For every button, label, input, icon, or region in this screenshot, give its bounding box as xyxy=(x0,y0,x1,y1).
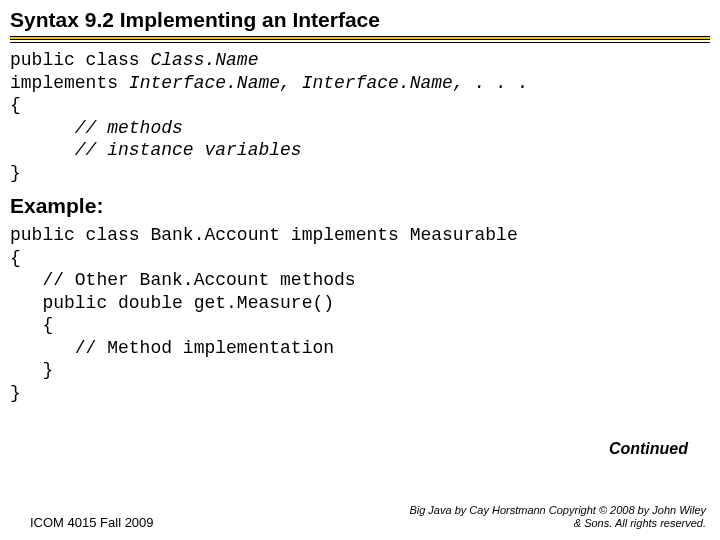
code-italic: Interface.Name, Interface.Name, . . . xyxy=(129,73,529,93)
title-underline xyxy=(10,36,710,40)
example-code-block: public class Bank.Account implements Mea… xyxy=(10,224,710,404)
code-italic: Class.Name xyxy=(150,50,258,70)
example-heading: Example: xyxy=(10,194,710,218)
code-line: // Method implementation xyxy=(10,338,334,358)
code-line: public class Bank.Account implements Mea… xyxy=(10,225,518,245)
code-line: // Other Bank.Account methods xyxy=(10,270,356,290)
footer-course: ICOM 4015 Fall 2009 xyxy=(30,515,154,530)
continued-label: Continued xyxy=(609,440,688,458)
code-line: public class xyxy=(10,50,150,70)
code-line: { xyxy=(10,95,21,115)
code-line: public double get.Measure() xyxy=(10,293,334,313)
code-line: } xyxy=(10,360,53,380)
code-line: implements xyxy=(10,73,129,93)
code-line: { xyxy=(10,315,53,335)
footer: ICOM 4015 Fall 2009 Big Java by Cay Hors… xyxy=(0,504,720,530)
footer-copyright: Big Java by Cay Horstmann Copyright © 20… xyxy=(406,504,706,530)
code-line: { xyxy=(10,248,21,268)
slide-title: Syntax 9.2 Implementing an Interface xyxy=(10,8,710,36)
title-underline-thin xyxy=(10,42,710,43)
code-italic: // methods xyxy=(10,118,183,138)
code-italic: // instance variables xyxy=(10,140,302,160)
code-line: } xyxy=(10,163,21,183)
code-line: } xyxy=(10,383,21,403)
syntax-code-block: public class Class.Name implements Inter… xyxy=(10,49,710,184)
